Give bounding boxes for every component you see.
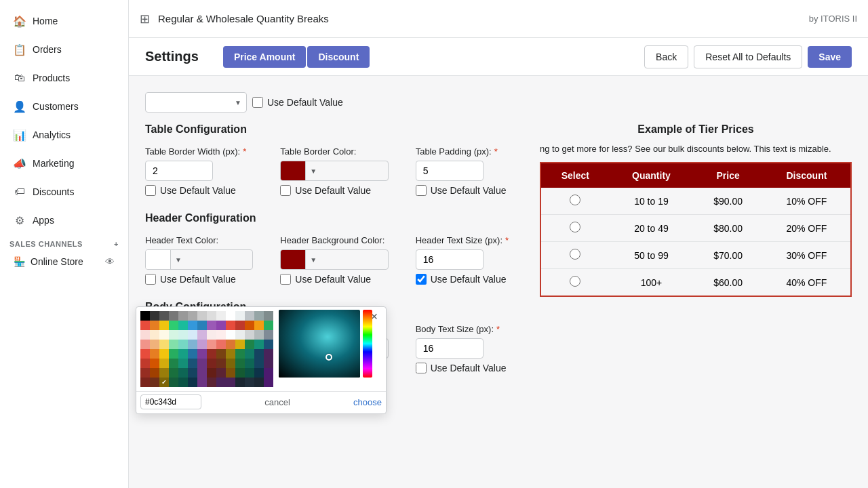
tab-price-amount[interactable]: Price Amount [223, 46, 307, 68]
palette-color-swatch[interactable] [197, 340, 207, 349]
border-color-use-default-checkbox[interactable] [280, 185, 291, 196]
palette-color-swatch[interactable] [178, 330, 188, 340]
palette-color-swatch[interactable] [140, 311, 150, 321]
palette-color-swatch[interactable] [254, 321, 264, 330]
cancel-color-button[interactable]: cancel [264, 397, 290, 407]
palette-color-swatch[interactable] [235, 321, 245, 330]
palette-color-swatch[interactable] [245, 311, 254, 321]
save-button[interactable]: Save [808, 46, 852, 68]
palette-color-swatch[interactable] [207, 311, 216, 321]
use-default-value-label[interactable]: Use Default Value [252, 97, 343, 108]
palette-color-swatch[interactable] [235, 330, 245, 340]
palette-color-swatch[interactable] [159, 349, 169, 359]
palette-color-swatch[interactable] [254, 378, 264, 387]
palette-color-swatch[interactable] [245, 340, 254, 349]
body-text-size-input[interactable] [416, 338, 484, 359]
palette-color-swatch[interactable] [140, 368, 150, 378]
sidebar-item-online-store[interactable]: 🏪 Online Store 👁 [4, 251, 124, 272]
tier-radio[interactable] [570, 195, 580, 205]
palette-color-swatch[interactable] [140, 349, 150, 359]
header-text-size-input[interactable] [416, 249, 484, 270]
reset-button[interactable]: Reset All to Defaults [694, 45, 802, 68]
header-bg-color-button[interactable]: ▼ [280, 249, 388, 270]
padding-use-default-label[interactable]: Use Default Value [416, 185, 524, 196]
palette-color-swatch[interactable] [150, 330, 159, 340]
palette-color-swatch[interactable] [245, 330, 254, 340]
palette-color-swatch[interactable] [169, 330, 178, 340]
palette-color-swatch[interactable] [159, 368, 169, 378]
palette-color-swatch[interactable] [150, 321, 159, 330]
body-text-size-use-default-checkbox[interactable] [416, 363, 427, 373]
palette-color-swatch[interactable] [169, 378, 178, 387]
palette-color-swatch[interactable] [159, 311, 169, 321]
palette-color-swatch[interactable] [235, 340, 245, 349]
palette-color-swatch[interactable] [264, 368, 273, 378]
palette-color-swatch[interactable] [245, 321, 254, 330]
palette-color-swatch[interactable] [140, 330, 150, 340]
palette-color-swatch[interactable] [216, 321, 226, 330]
body-text-size-use-default-label[interactable]: Use Default Value [416, 363, 524, 373]
palette-color-swatch[interactable] [254, 330, 264, 340]
palette-color-swatch[interactable] [188, 311, 197, 321]
color-hex-input[interactable] [140, 394, 201, 409]
color-gradient-area[interactable] [279, 310, 360, 378]
palette-color-swatch[interactable] [245, 359, 254, 368]
online-store-settings-icon[interactable]: 👁 [105, 256, 115, 267]
header-text-color-use-default-checkbox[interactable] [145, 274, 156, 285]
back-button[interactable]: Back [644, 45, 688, 68]
palette-color-swatch[interactable] [188, 321, 197, 330]
palette-color-swatch[interactable] [169, 340, 178, 349]
palette-color-swatch[interactable] [254, 349, 264, 359]
palette-color-swatch[interactable] [254, 340, 264, 349]
palette-color-swatch[interactable] [264, 340, 273, 349]
palette-color-swatch[interactable] [235, 359, 245, 368]
tier-radio[interactable] [570, 249, 580, 260]
palette-color-swatch[interactable] [197, 378, 207, 387]
palette-color-swatch[interactable] [207, 321, 216, 330]
tier-radio[interactable] [570, 222, 580, 232]
palette-color-swatch[interactable] [235, 368, 245, 378]
palette-color-swatch[interactable] [216, 368, 226, 378]
palette-color-swatch[interactable] [169, 311, 178, 321]
palette-color-swatch[interactable] [207, 349, 216, 359]
header-text-size-use-default-label[interactable]: Use Default Value [416, 274, 524, 285]
palette-color-swatch[interactable] [188, 349, 197, 359]
header-text-color-button[interactable]: ▼ [145, 249, 253, 270]
palette-color-swatch[interactable] [216, 330, 226, 340]
palette-color-swatch[interactable] [254, 359, 264, 368]
palette-color-swatch[interactable] [178, 340, 188, 349]
palette-color-swatch[interactable] [207, 378, 216, 387]
border-width-use-default-label[interactable]: Use Default Value [145, 185, 253, 196]
header-bg-color-use-default-checkbox[interactable] [280, 274, 291, 285]
palette-color-swatch[interactable] [216, 349, 226, 359]
table-border-width-input[interactable] [145, 161, 213, 181]
border-width-use-default-checkbox[interactable] [145, 185, 156, 196]
palette-color-swatch[interactable] [235, 378, 245, 387]
palette-color-swatch[interactable] [178, 359, 188, 368]
palette-color-swatch[interactable] [150, 311, 159, 321]
palette-color-swatch[interactable] [197, 330, 207, 340]
palette-color-swatch[interactable] [226, 359, 235, 368]
palette-color-swatch[interactable] [264, 349, 273, 359]
palette-color-swatch[interactable] [140, 340, 150, 349]
palette-color-swatch[interactable] [159, 359, 169, 368]
header-text-color-use-default-label[interactable]: Use Default Value [145, 274, 253, 285]
palette-color-swatch[interactable] [245, 368, 254, 378]
padding-use-default-checkbox[interactable] [416, 185, 427, 196]
palette-color-swatch[interactable] [140, 378, 150, 387]
palette-color-swatch[interactable] [150, 368, 159, 378]
palette-color-swatch[interactable] [150, 378, 159, 387]
palette-color-swatch[interactable] [207, 359, 216, 368]
palette-color-swatch[interactable] [150, 340, 159, 349]
palette-color-swatch[interactable] [178, 321, 188, 330]
sidebar-item-customers[interactable]: 👤 Customers [4, 94, 124, 119]
palette-color-swatch[interactable] [226, 378, 235, 387]
palette-color-swatch[interactable] [169, 368, 178, 378]
sidebar-item-discounts[interactable]: 🏷 Discounts [4, 179, 124, 205]
use-default-checkbox[interactable] [252, 97, 263, 108]
palette-color-swatch[interactable] [150, 359, 159, 368]
palette-color-swatch[interactable] [159, 321, 169, 330]
tier-radio[interactable] [570, 276, 580, 287]
border-color-use-default-label[interactable]: Use Default Value [280, 185, 388, 196]
sidebar-item-orders[interactable]: 📋 Orders [4, 37, 124, 62]
